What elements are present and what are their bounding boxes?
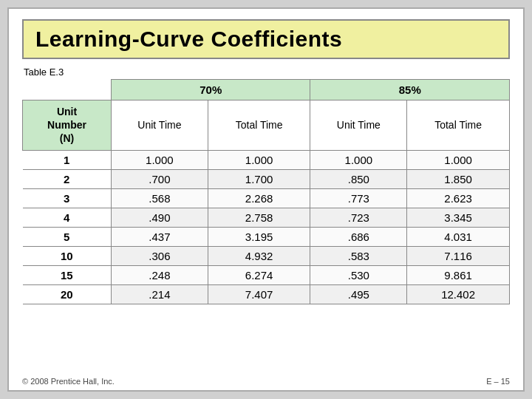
unit-time-85-header: Unit Time xyxy=(310,100,407,151)
ut70: .568 xyxy=(112,188,208,208)
pct70-header: 70% xyxy=(112,80,310,100)
tt70: 1.700 xyxy=(208,169,310,188)
table-row: 1 1.000 1.000 1.000 1.000 xyxy=(23,150,510,169)
pct85-header: 85% xyxy=(310,80,510,100)
ut85: .773 xyxy=(310,188,407,208)
footer-left: © 2008 Prentice Hall, Inc. xyxy=(22,377,115,386)
ut70: .700 xyxy=(112,169,208,188)
tt70: 2.758 xyxy=(208,208,310,227)
ut70: .248 xyxy=(112,265,208,284)
unit-n: 10 xyxy=(23,246,112,265)
tt85: 1.850 xyxy=(407,169,510,188)
unit-n: 3 xyxy=(23,188,112,208)
header-row-top: 70% 85% xyxy=(23,80,510,100)
unit-n: 4 xyxy=(23,208,112,227)
unit-n: 15 xyxy=(23,265,112,284)
tt70: 4.932 xyxy=(208,246,310,265)
tt85: 3.345 xyxy=(407,208,510,227)
ut85: 1.000 xyxy=(310,150,407,169)
unit-n: 1 xyxy=(23,150,112,169)
unit-number-header: UnitNumber(N) xyxy=(23,100,112,151)
table-label: Table E.3 xyxy=(24,66,510,78)
table-row: 4 .490 2.758 .723 3.345 xyxy=(23,208,510,227)
tt85: 9.861 xyxy=(407,265,510,284)
unit-n: 20 xyxy=(23,284,112,304)
tt85: 2.623 xyxy=(407,188,510,208)
table-row: 15 .248 6.274 .530 9.861 xyxy=(23,265,510,284)
ut70: .306 xyxy=(112,246,208,265)
unit-n: 5 xyxy=(23,227,112,246)
ut85: .583 xyxy=(310,246,407,265)
title-bar: Learning-Curve Coefficients xyxy=(22,19,510,59)
footer: © 2008 Prentice Hall, Inc. E – 15 xyxy=(22,377,510,386)
ut70: 1.000 xyxy=(112,150,208,169)
table-area: Table E.3 70% 85% UnitNumber(N) Unit Tim… xyxy=(9,66,523,390)
page-title: Learning-Curve Coefficients xyxy=(35,27,497,52)
tt70: 7.407 xyxy=(208,284,310,304)
corner-cell xyxy=(23,80,112,100)
table-row: 3 .568 2.268 .773 2.623 xyxy=(23,188,510,208)
ut70: .490 xyxy=(112,208,208,227)
ut85: .530 xyxy=(310,265,407,284)
tt70: 1.000 xyxy=(208,150,310,169)
total-time-85-header: Total Time xyxy=(407,100,510,151)
unit-n: 2 xyxy=(23,169,112,188)
unit-time-70-header: Unit Time xyxy=(112,100,208,151)
ut85: .723 xyxy=(310,208,407,227)
header-row-sub: UnitNumber(N) Unit Time Total Time Unit … xyxy=(23,100,510,151)
tt70: 6.274 xyxy=(208,265,310,284)
ut85: .686 xyxy=(310,227,407,246)
tt70: 2.268 xyxy=(208,188,310,208)
table-body: 1 1.000 1.000 1.000 1.000 2 .700 1.700 .… xyxy=(23,150,510,304)
ut70: .437 xyxy=(112,227,208,246)
data-table: 70% 85% UnitNumber(N) Unit Time Total Ti… xyxy=(22,79,510,304)
ut85: .850 xyxy=(310,169,407,188)
footer-right: E – 15 xyxy=(486,377,510,386)
total-time-70-header: Total Time xyxy=(208,100,310,151)
ut85: .495 xyxy=(310,284,407,304)
table-row: 10 .306 4.932 .583 7.116 xyxy=(23,246,510,265)
table-row: 2 .700 1.700 .850 1.850 xyxy=(23,169,510,188)
table-row: 5 .437 3.195 .686 4.031 xyxy=(23,227,510,246)
tt85: 4.031 xyxy=(407,227,510,246)
tt70: 3.195 xyxy=(208,227,310,246)
table-row: 20 .214 7.407 .495 12.402 xyxy=(23,284,510,304)
tt85: 12.402 xyxy=(407,284,510,304)
tt85: 1.000 xyxy=(407,150,510,169)
slide: Learning-Curve Coefficients Table E.3 70… xyxy=(7,7,525,392)
ut70: .214 xyxy=(112,284,208,304)
tt85: 7.116 xyxy=(407,246,510,265)
